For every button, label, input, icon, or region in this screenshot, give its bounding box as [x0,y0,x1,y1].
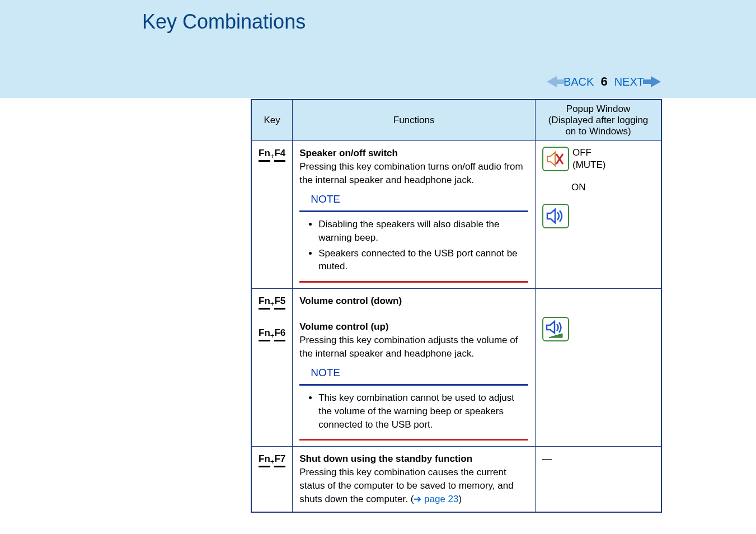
row-fn-f4: Fn+F4 Speaker on/off switch Pressing thi… [251,141,661,289]
key-combinations-table: Key Functions Popup Window (Displayed af… [251,99,662,513]
back-link[interactable]: BACK [564,76,594,88]
key-fn-f7: Fn+F7 [251,447,293,512]
f6-title: Volume control (up) [299,321,388,332]
nav-bar: BACK 6 NEXT [547,74,661,89]
note-item: This key combination cannot be used to a… [318,391,524,431]
f4-key-label: F4 [274,147,285,162]
volume-icon [542,317,569,341]
key-fn-f5-f6: Fn+F5 Fn+F6 [251,289,293,447]
content-area: Key Functions Popup Window (Displayed af… [251,99,662,513]
header-functions: Functions [293,100,536,141]
note-item: Speakers connected to the USB port canno… [318,247,524,274]
page-title: Key Combinations [0,0,756,34]
row-fn-f7: Fn+F7 Shut down using the standby functi… [251,447,661,512]
key-fn-f4: Fn+F4 [251,141,293,289]
plus-sign: + [270,458,275,466]
popup-fn-f5-f6 [536,289,662,447]
fn-key-label: Fn [259,147,270,162]
note-box-f6: This key combination cannot be used to a… [299,384,528,441]
popup-dash: — [542,453,552,464]
note-label-f4: NOTE [311,192,528,207]
f5-title: Volume control (down) [299,296,402,306]
speaker-mute-icon [542,147,569,171]
f7-desc-pre: Pressing this key combination causes the… [299,467,513,504]
next-arrow-icon[interactable] [651,76,661,87]
functions-fn-f4: Speaker on/off switch Pressing this key … [293,141,536,289]
header-popup: Popup Window (Displayed after logging on… [536,100,662,141]
f7-desc-post: ) [459,494,462,504]
next-link[interactable]: NEXT [614,76,644,88]
arrow-icon: ➔ [414,494,421,504]
popup-fn-f4: OFF (MUTE) ON [536,141,662,289]
f7-key-label: F7 [274,452,285,467]
note-box-f4: Disabling the speakers will also disable… [299,210,528,283]
plus-sign: + [270,152,275,160]
note-label-f6: NOTE [311,366,528,381]
speaker-on-icon [542,204,569,228]
functions-fn-f5-f6: Volume control (down) Volume control (up… [293,289,536,447]
popup-fn-f7: — [536,447,662,512]
f5-key-label: F5 [274,294,285,310]
f7-title: Shut down using the standby function [299,453,472,464]
plus-sign: + [270,331,275,340]
plus-sign: + [270,300,275,308]
popup-on-label: ON [571,181,586,194]
note-item: Disabling the speakers will also disable… [318,218,524,245]
page-number: 6 [600,74,607,89]
row-fn-f5-f6: Fn+F5 Fn+F6 Volume control (down) Volume… [251,289,661,447]
f4-desc: Pressing this key combination turns on/o… [299,161,523,185]
page-link[interactable]: page 23 [424,494,458,504]
functions-fn-f7: Shut down using the standby function Pre… [293,447,536,512]
fn-key-label: Fn [259,452,270,467]
fn-key-label: Fn [259,294,270,310]
fn-key-label: Fn [259,326,270,341]
header-key: Key [251,100,293,141]
header-banner: Key Combinations BACK 6 NEXT [0,0,756,98]
f6-desc: Pressing this key combination adjusts th… [299,335,518,359]
popup-off-label: OFF (MUTE) [572,147,605,171]
back-arrow-icon[interactable] [547,76,557,87]
f4-title: Speaker on/off switch [299,148,398,158]
f6-key-label: F6 [274,326,285,341]
